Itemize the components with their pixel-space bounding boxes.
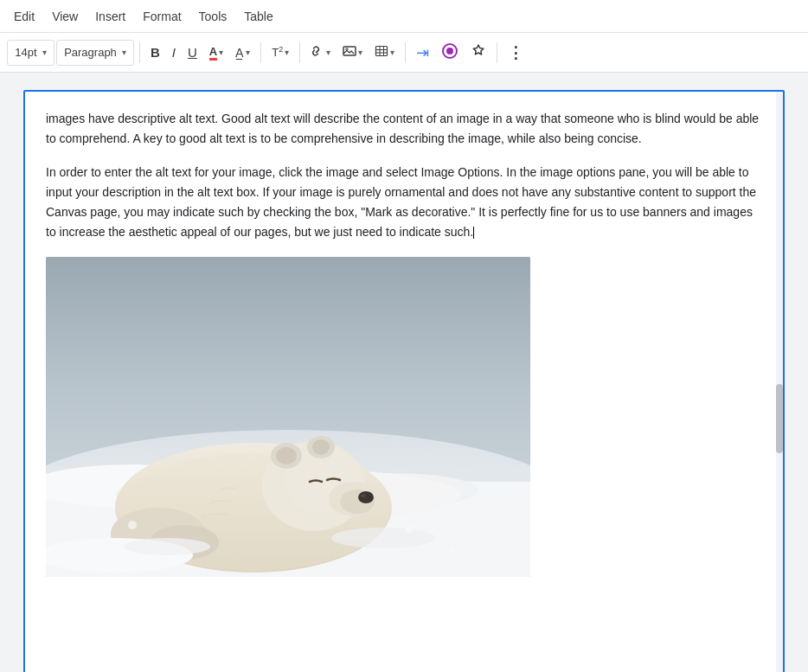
svg-point-34 xyxy=(128,521,137,529)
paragraph-style-selector[interactable]: Paragraph ▾ xyxy=(56,40,134,66)
divider-3 xyxy=(299,42,300,63)
svg-point-22 xyxy=(361,494,366,497)
scrollbar-thumb[interactable] xyxy=(776,384,783,453)
svg-point-32 xyxy=(331,528,435,548)
svg-point-21 xyxy=(358,491,374,503)
divider-2 xyxy=(260,42,261,63)
text-cursor xyxy=(473,227,474,239)
docs-button[interactable]: ⇥ xyxy=(411,40,434,66)
insert-table-icon xyxy=(375,44,388,61)
svg-point-1 xyxy=(346,48,348,50)
scrollbar-track xyxy=(776,92,783,672)
text-color-icon: A xyxy=(209,45,217,61)
paragraph-style-value: Paragraph xyxy=(64,46,117,59)
menu-tools[interactable]: Tools xyxy=(192,6,234,27)
insert-table-button[interactable]: ▾ xyxy=(369,40,400,66)
svg-rect-0 xyxy=(343,47,356,55)
highlight-icon: A̲ xyxy=(235,46,244,60)
svg-point-26 xyxy=(312,439,330,455)
insert-image-button[interactable]: ▾ xyxy=(337,40,368,66)
link-icon xyxy=(311,44,324,61)
text-color-arrow: ▾ xyxy=(219,48,223,57)
menu-view[interactable]: View xyxy=(45,6,85,27)
menu-bar: Edit View Insert Format Tools Table xyxy=(0,0,808,33)
paragraph-arrow: ▾ xyxy=(122,48,126,57)
bold-button[interactable]: B xyxy=(145,40,165,66)
menu-format[interactable]: Format xyxy=(136,6,188,27)
circle-button[interactable] xyxy=(436,39,464,66)
menu-edit[interactable]: Edit xyxy=(7,6,42,27)
insert-image-arrow: ▾ xyxy=(358,48,362,57)
underline-button[interactable]: U xyxy=(183,40,202,66)
paragraph-1: images have descriptive alt text. Good a… xyxy=(46,109,762,149)
bookmark-icon xyxy=(471,43,486,61)
docs-icon: ⇥ xyxy=(416,43,429,62)
divider-4 xyxy=(405,42,406,63)
font-size-arrow: ▾ xyxy=(42,48,47,57)
font-size-value: 14pt xyxy=(15,46,36,59)
superscript-button[interactable]: T2 ▾ xyxy=(266,40,294,66)
svg-point-8 xyxy=(446,48,453,54)
bookmark-button[interactable] xyxy=(465,40,491,66)
insert-image-icon xyxy=(343,44,356,61)
paragraph-2: In order to enter the alt text for your … xyxy=(46,163,762,242)
superscript-icon: T2 xyxy=(272,45,283,59)
link-arrow: ▾ xyxy=(326,48,330,57)
highlight-button[interactable]: A̲ ▾ xyxy=(230,40,255,66)
document-editor[interactable]: images have descriptive alt text. Good a… xyxy=(23,90,785,672)
menu-insert[interactable]: Insert xyxy=(88,6,132,27)
svg-rect-2 xyxy=(376,47,388,56)
highlight-arrow: ▾ xyxy=(246,48,250,57)
toolbar: 14pt ▾ Paragraph ▾ B I U A ▾ A̲ ▾ T2 ▾ xyxy=(0,33,808,73)
superscript-arrow: ▾ xyxy=(285,48,289,57)
svg-point-24 xyxy=(276,447,297,464)
link-button[interactable]: ▾ xyxy=(305,40,336,66)
italic-button[interactable]: I xyxy=(167,40,181,66)
more-options-button[interactable]: ⋮ xyxy=(503,40,529,66)
divider-1 xyxy=(139,42,140,63)
divider-5 xyxy=(497,42,497,63)
main-content-area: images have descriptive alt text. Good a… xyxy=(0,73,808,672)
more-options-icon: ⋮ xyxy=(508,43,524,62)
text-color-button[interactable]: A ▾ xyxy=(204,40,228,66)
polar-bear-image[interactable] xyxy=(46,257,530,577)
insert-table-arrow: ▾ xyxy=(390,48,394,57)
svg-point-33 xyxy=(406,526,413,533)
menu-table[interactable]: Table xyxy=(237,6,279,27)
circle-icon xyxy=(441,42,459,62)
svg-point-35 xyxy=(450,548,455,554)
svg-point-31 xyxy=(124,538,210,555)
font-size-selector[interactable]: 14pt ▾ xyxy=(7,40,55,66)
